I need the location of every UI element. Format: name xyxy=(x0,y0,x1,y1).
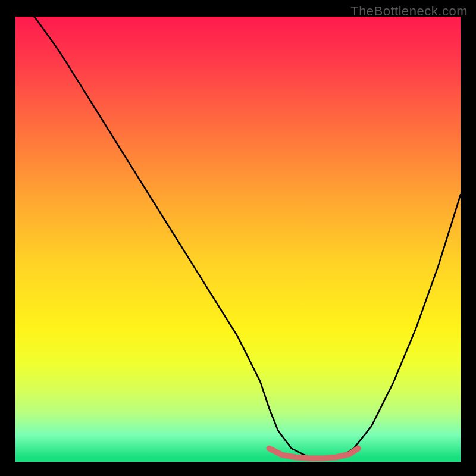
sweet-spot-band xyxy=(269,449,358,458)
chart-frame: TheBottleneck.com xyxy=(0,0,476,476)
watermark-text: TheBottleneck.com xyxy=(350,4,468,19)
plot-area xyxy=(15,17,461,462)
curve-layer xyxy=(15,17,461,462)
bottleneck-curve xyxy=(15,17,461,458)
